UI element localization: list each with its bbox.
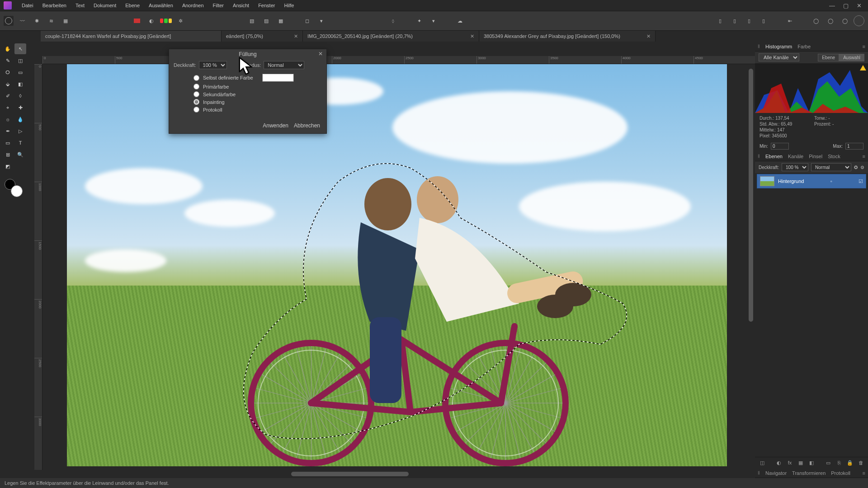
channels-select[interactable]: Alle Kanäle xyxy=(759,53,799,61)
flood-tool-icon[interactable]: ⬙ xyxy=(2,79,14,89)
lock-icon[interactable]: 🔒 xyxy=(846,459,854,466)
sync-2-icon[interactable]: ◯ xyxy=(825,15,836,27)
erase-tool-icon[interactable]: ◊ xyxy=(14,90,26,101)
max-input[interactable] xyxy=(845,143,863,150)
hand-tool-icon[interactable]: ✋ xyxy=(2,43,14,54)
layer-blend-select[interactable]: Normal xyxy=(811,163,851,171)
panel-menu-icon[interactable]: ≡ xyxy=(863,154,865,159)
min-input[interactable] xyxy=(771,143,789,150)
arrange-3-icon[interactable]: ▯ xyxy=(743,15,755,27)
doc-tab-3[interactable]: IMG_20200625_205140.jpg [Geändert] (20,7… xyxy=(303,31,479,42)
selection-brush-icon[interactable]: ⵔ xyxy=(2,67,14,78)
scrollbar-horizontal[interactable] xyxy=(291,472,409,476)
quickmask-icon[interactable]: ◻ xyxy=(301,15,313,27)
swatch-red-icon[interactable] xyxy=(131,15,143,27)
tab-kanaele[interactable]: Kanäle xyxy=(788,154,803,159)
marquee-tool-icon[interactable]: ▭ xyxy=(14,67,26,78)
account-icon[interactable] xyxy=(854,15,864,26)
menu-ebene[interactable]: Ebene xyxy=(121,0,144,11)
dodge-tool-icon[interactable]: ☼ xyxy=(2,114,14,125)
menu-datei[interactable]: Datei xyxy=(17,0,38,11)
autotone-icon[interactable]: ✲ xyxy=(175,15,186,27)
tab-close-icon[interactable]: ✕ xyxy=(642,33,651,39)
assistant-dropdown-icon[interactable]: ▾ xyxy=(428,15,439,27)
arrange-1-icon[interactable]: ▯ xyxy=(714,15,726,27)
tab-stock[interactable]: Stock xyxy=(828,154,840,159)
live-icon[interactable]: ▦ xyxy=(797,459,804,466)
layer-fx-icon[interactable]: ✪ xyxy=(854,165,858,170)
delete-icon[interactable]: 🗑 xyxy=(857,459,864,466)
menu-text[interactable]: Text xyxy=(71,0,89,11)
menu-hilfe[interactable]: Hilfe xyxy=(279,0,298,11)
front-color-swatch[interactable] xyxy=(11,185,23,197)
persona-develop-icon[interactable]: ✺ xyxy=(31,15,42,27)
arrange-2-icon[interactable]: ▯ xyxy=(729,15,741,27)
seg-auswahl[interactable]: Auswahl xyxy=(839,54,864,61)
persona-liquify-icon[interactable]: 〰 xyxy=(16,15,28,27)
pen-tool-icon[interactable]: ✒ xyxy=(2,126,14,136)
zoom-tool-icon[interactable]: 🔍 xyxy=(14,149,26,160)
menu-filter[interactable]: Filter xyxy=(208,0,228,11)
adj-icon[interactable]: ◐ xyxy=(775,459,783,466)
custom-color-swatch[interactable] xyxy=(262,74,294,82)
dialog-title-bar[interactable]: Füllung ✕ xyxy=(169,49,326,59)
fill-option-custom[interactable]: Selbst definierte Farbe xyxy=(193,73,322,83)
group-icon[interactable]: ▭ xyxy=(825,459,832,466)
tab-protokoll[interactable]: Protokoll xyxy=(831,470,850,476)
shape-tool-icon[interactable]: ▭ xyxy=(2,137,14,148)
extra-tool-icon[interactable]: ◩ xyxy=(2,161,14,172)
tab-close-icon[interactable]: ✕ xyxy=(289,33,298,39)
scrollbar-vertical[interactable] xyxy=(749,69,753,322)
blendmode-select[interactable]: Normal xyxy=(264,61,304,69)
crop-tool-icon[interactable]: ◫ xyxy=(14,55,26,66)
blur-tool-icon[interactable]: 💧 xyxy=(14,114,26,125)
panel-menu-icon[interactable]: ≡ xyxy=(863,470,865,476)
persona-export-icon[interactable]: ▦ xyxy=(60,15,71,27)
select-all-icon[interactable]: ▧ xyxy=(246,15,258,27)
tab-histogramm[interactable]: Histogramm xyxy=(765,44,792,49)
brush-tool-icon[interactable]: ✐ xyxy=(2,90,14,101)
cancel-button[interactable]: Abbrechen xyxy=(294,122,320,129)
autolevels-icon[interactable]: ◐ xyxy=(146,15,157,27)
dialog-close-icon[interactable]: ✕ xyxy=(318,51,323,57)
tab-farbe[interactable]: Farbe xyxy=(797,44,811,49)
text-tool-icon[interactable]: T xyxy=(14,137,26,148)
opacity-select[interactable]: 100 % xyxy=(199,61,227,69)
mask-icon[interactable]: ◫ xyxy=(759,459,766,466)
crop-icon[interactable]: ⎀ xyxy=(387,15,399,27)
menu-dokument[interactable]: Dokument xyxy=(89,0,121,11)
link-icon[interactable]: ⎘ xyxy=(835,459,843,466)
tab-close-icon[interactable]: ✕ xyxy=(466,33,474,39)
tab-pinsel[interactable]: Pinsel xyxy=(809,154,822,159)
tab-navigator[interactable]: Navigator xyxy=(765,470,787,476)
persona-tone-icon[interactable]: ≋ xyxy=(45,15,57,27)
stock-icon[interactable]: ☁ xyxy=(454,15,466,27)
gradient-tool-icon[interactable]: ◧ xyxy=(14,79,26,89)
fill-option-inpainting[interactable]: Inpainting xyxy=(193,98,322,106)
mesh-tool-icon[interactable]: ⊞ xyxy=(2,149,14,160)
menu-ansicht[interactable]: Ansicht xyxy=(228,0,254,11)
sync-3-icon[interactable]: ◯ xyxy=(839,15,851,27)
arrange-4-icon[interactable]: ▯ xyxy=(758,15,769,27)
invert-sel-icon[interactable]: ▩ xyxy=(275,15,287,27)
doc-tab-1[interactable]: couple-1718244 Karen Warfel auf Pixabay.… xyxy=(41,31,222,42)
quickmask-dropdown-icon[interactable]: ▾ xyxy=(316,15,327,27)
colorpicker-tool-icon[interactable]: ✎ xyxy=(2,55,14,66)
autocolors-icon[interactable] xyxy=(160,15,172,27)
fx-icon[interactable]: fx xyxy=(786,459,793,466)
node-tool-icon[interactable]: ▷ xyxy=(14,126,26,136)
deselect-icon[interactable]: ▨ xyxy=(260,15,272,27)
heal-tool-icon[interactable]: ✚ xyxy=(14,102,26,113)
layer-gear-icon[interactable]: ⚙ xyxy=(860,165,864,170)
sync-1-icon[interactable]: ◯ xyxy=(810,15,822,27)
fill-option-secondary[interactable]: Sekundärfarbe xyxy=(193,90,322,98)
doc-tab-2[interactable]: eändert] (75,0%)✕ xyxy=(222,31,303,42)
panel-menu-icon[interactable]: ≡ xyxy=(863,44,865,49)
layer-opacity-select[interactable]: 100 % xyxy=(782,163,808,171)
seg-ebene[interactable]: Ebene xyxy=(818,54,839,61)
doc-tab-4[interactable]: 3805349 Alexander Grey auf Pixabay.jpg [… xyxy=(479,31,656,42)
menu-bearbeiten[interactable]: Bearbeiten xyxy=(38,0,71,11)
close-icon[interactable]: ✕ xyxy=(857,2,862,9)
minimize-icon[interactable]: — xyxy=(829,2,835,9)
maximize-icon[interactable]: ▢ xyxy=(843,2,849,9)
